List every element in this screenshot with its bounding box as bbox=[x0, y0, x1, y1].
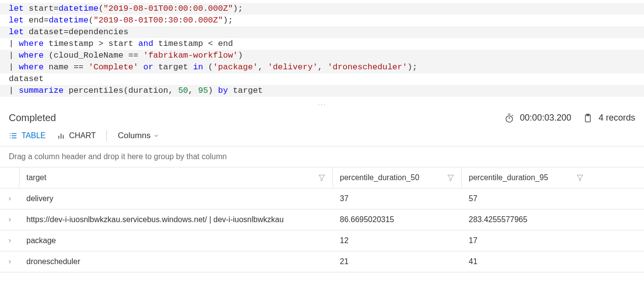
clipboard-icon bbox=[583, 113, 593, 123]
cell-p95: 41 bbox=[462, 251, 591, 272]
query-line[interactable]: | summarize percentiles(duration, 50, 95… bbox=[0, 85, 644, 97]
cell-target: dronescheduler bbox=[20, 251, 333, 272]
chevron-right-icon bbox=[7, 216, 13, 223]
records-group: 4 records bbox=[583, 113, 635, 123]
cell-target: https://dev-i-iuosnlbwkzkau.servicebus.w… bbox=[20, 209, 333, 230]
table-row[interactable]: package1217 bbox=[0, 230, 644, 251]
expand-toggle[interactable] bbox=[0, 251, 20, 272]
tab-divider bbox=[106, 130, 107, 141]
group-by-bar[interactable]: Drag a column header and drop it here to… bbox=[0, 146, 644, 167]
table-row[interactable]: dronescheduler2141 bbox=[0, 251, 644, 272]
query-line[interactable]: let dataset=dependencies bbox=[0, 26, 644, 38]
expand-toggle[interactable] bbox=[0, 209, 20, 230]
duration-group: 00:00:03.200 bbox=[504, 113, 571, 123]
columns-label: Columns bbox=[118, 131, 150, 141]
stopwatch-icon bbox=[504, 113, 514, 123]
column-expand bbox=[0, 167, 20, 188]
tab-chart[interactable]: CHART bbox=[57, 131, 96, 140]
svg-marker-12 bbox=[319, 175, 325, 181]
cell-p50: 86.6695020315 bbox=[333, 209, 462, 230]
query-line[interactable]: let end=datetime("2019-08-01T00:30:00.00… bbox=[0, 15, 644, 26]
table-header: target percentile_duration_50 percentile… bbox=[0, 167, 644, 188]
cell-p50: 12 bbox=[333, 230, 462, 251]
chevron-right-icon bbox=[7, 195, 13, 202]
tab-table[interactable]: TABLE bbox=[9, 131, 46, 140]
filter-icon[interactable] bbox=[447, 174, 455, 182]
cell-target: delivery bbox=[20, 188, 333, 209]
cell-target: package bbox=[20, 230, 333, 251]
expand-toggle[interactable] bbox=[0, 188, 20, 209]
query-line[interactable]: | where timestamp > start and timestamp … bbox=[0, 38, 644, 50]
query-line[interactable]: let start=datetime("2019-08-01T00:00:00.… bbox=[0, 3, 644, 15]
svg-marker-13 bbox=[448, 175, 454, 181]
cell-p95: 283.4255577965 bbox=[462, 209, 591, 230]
query-line[interactable]: | where (cloud_RoleName == 'fabrikam-wor… bbox=[0, 50, 644, 62]
query-line[interactable]: dataset bbox=[0, 73, 644, 85]
expand-toggle[interactable] bbox=[0, 230, 20, 251]
query-editor[interactable]: let start=datetime("2019-08-01T00:00:00.… bbox=[0, 0, 644, 103]
tab-chart-label: CHART bbox=[69, 131, 96, 140]
cell-p95: 57 bbox=[462, 188, 591, 209]
table-icon bbox=[9, 131, 18, 140]
columns-dropdown[interactable]: Columns bbox=[118, 131, 159, 141]
column-target[interactable]: target bbox=[20, 167, 333, 188]
cell-p50: 21 bbox=[333, 251, 462, 272]
cell-p95: 17 bbox=[462, 230, 591, 251]
filter-icon[interactable] bbox=[318, 174, 326, 182]
status-text: Completed bbox=[9, 112, 56, 124]
table-row[interactable]: https://dev-i-iuosnlbwkzkau.servicebus.w… bbox=[0, 209, 644, 230]
column-p50[interactable]: percentile_duration_50 bbox=[333, 167, 462, 188]
column-p95-label: percentile_duration_95 bbox=[469, 173, 548, 182]
cell-p50: 37 bbox=[333, 188, 462, 209]
status-bar: Completed 00:00:03.200 4 records bbox=[0, 109, 644, 130]
query-line[interactable]: | where name == 'Complete' or target in … bbox=[0, 62, 644, 73]
view-tabs: TABLE CHART Columns bbox=[0, 130, 644, 146]
records-value: 4 records bbox=[599, 113, 635, 123]
column-p50-label: percentile_duration_50 bbox=[340, 173, 419, 182]
results-grid: Drag a column header and drop it here to… bbox=[0, 146, 644, 272]
chevron-right-icon bbox=[7, 237, 13, 244]
filter-icon[interactable] bbox=[576, 174, 584, 182]
column-p95[interactable]: percentile_duration_95 bbox=[462, 167, 591, 188]
editor-splitter[interactable]: ··· bbox=[0, 103, 644, 109]
chevron-right-icon bbox=[7, 258, 13, 265]
column-target-label: target bbox=[26, 173, 46, 182]
chart-icon bbox=[57, 131, 65, 140]
chevron-down-icon bbox=[153, 133, 159, 139]
svg-marker-14 bbox=[577, 175, 583, 181]
duration-value: 00:00:03.200 bbox=[520, 113, 571, 123]
tab-table-label: TABLE bbox=[21, 131, 46, 140]
table-row[interactable]: delivery3757 bbox=[0, 188, 644, 209]
